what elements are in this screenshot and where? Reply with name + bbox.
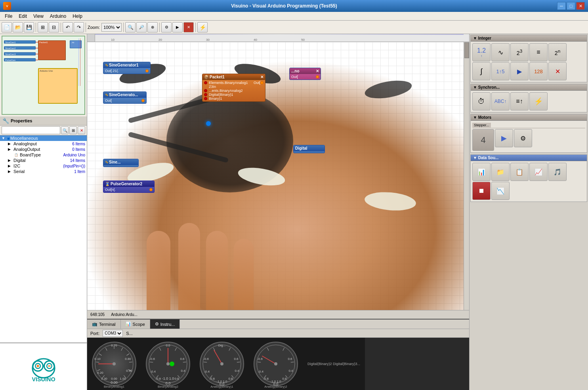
properties-toolbar: 🔍 ⊞ ✕ (0, 126, 87, 135)
svg-text:Dig...: Dig... (218, 344, 226, 347)
block-pulsegenerator2[interactable]: ⌛ PulseGenerator2 Out[n[. (103, 181, 155, 193)
stop-button[interactable]: ✕ (183, 22, 194, 32)
comp-int15[interactable]: 1↑5 (491, 62, 510, 80)
tree-node-misc[interactable]: ▼ ■ Miscellaneous (0, 135, 87, 141)
props-search-btn[interactable]: 🔍 (61, 126, 69, 134)
tree-node-i2c[interactable]: ▶ I2C (InputPin=()) (0, 163, 87, 169)
close-button[interactable]: ✕ (576, 2, 585, 10)
tree-node-analogoutput[interactable]: ▶ AnalogOutput 0 Items (0, 146, 87, 152)
block-unknown-tr[interactable]: ...no ✕ Out[ (289, 68, 321, 80)
section-datasources-header[interactable]: ▼ Data Sou... (471, 155, 587, 161)
tree-node-boardtype[interactable]: 📋 BoardType Arduino Uno (0, 152, 87, 158)
search-input[interactable] (2, 126, 60, 134)
tree-node-serial[interactable]: ▶ Serial 1 Item (0, 169, 87, 174)
tab-scope[interactable]: 📊 Scope (121, 320, 150, 329)
window-title: Visuino - Visual Arduino Programming (Te… (11, 3, 557, 9)
comp-intintegral[interactable]: ∫ (472, 62, 491, 80)
comp-ds-folder[interactable]: 📁 (491, 163, 510, 181)
minimize-button[interactable]: ─ (557, 2, 566, 10)
tree-node-analoginput[interactable]: ▶ AnalogInput 6 Items (0, 141, 87, 146)
gauge-analog2: -0.4 -0.6 0.6 0.4 -0.8 0.8 -1.0 1.0 0.0 … (250, 339, 301, 389)
svg-text:-1.0   1.0: -1.0 1.0 (162, 377, 174, 380)
comp-ds-stop[interactable]: ⏹ (472, 182, 491, 200)
zoom-fit-button[interactable]: ⊕ (147, 22, 158, 32)
zoom-select[interactable]: 100% 75% 150% (101, 23, 122, 32)
block-close-icon[interactable]: ✕ (260, 75, 263, 79)
undo-button[interactable]: ↶ (63, 22, 73, 32)
tab-terminal[interactable]: 📺 Terminal (87, 320, 121, 329)
section-integer-header[interactable]: ▼ Integer (471, 35, 587, 42)
block-digital[interactable]: Digital (293, 145, 325, 153)
props-expand-btn[interactable]: ⊞ (69, 126, 77, 134)
menu-edit[interactable]: Edit (15, 13, 30, 20)
block-sinegenerator2[interactable]: ∿ SineGenerato... Out[ (103, 91, 147, 104)
comp-intvalue[interactable]: 1.2 ↑ (472, 43, 491, 61)
svg-text:0.6: 0.6 (288, 357, 292, 361)
tab-instruments[interactable]: ⚙ Instru... (150, 320, 180, 329)
pulsegen-out: Out[n[. (105, 188, 153, 192)
section-motors-header[interactable]: ▼ Motors (471, 114, 587, 121)
scrollbar-thumb[interactable] (464, 42, 469, 58)
open-button[interactable]: 📂 (13, 22, 23, 32)
scope-panel: 📺 Terminal 📊 Scope ⚙ Instru... Port: COM… (87, 319, 469, 390)
window-controls: ─ □ ✕ (557, 2, 585, 10)
canvas-container[interactable]: ∿ SineGenerator1 Out[.21(. ∿ SineGenerat… (87, 42, 469, 310)
block-sine3[interactable]: ∿ Sine... (103, 159, 139, 167)
packet-pin-in1 (204, 81, 207, 84)
comp-ds-music[interactable]: 🎵 (548, 163, 567, 181)
svg-text:-0.8: -0.8 (209, 377, 215, 380)
menu-arduino[interactable]: Arduino (47, 13, 69, 20)
svg-text:0.4: 0.4 (288, 369, 293, 373)
tree-node-digital[interactable]: ▶ Digital 14 Items (0, 158, 87, 163)
block-sinegenerator2-out: Out[ (105, 99, 145, 103)
menu-view[interactable]: View (30, 13, 47, 20)
comp-ds-chart[interactable]: 📊 (472, 163, 491, 181)
block-sinegenerator1[interactable]: ∿ SineGenerator1 Out[.21(. (103, 62, 151, 74)
toolbar-sep5 (159, 23, 160, 32)
grid-button[interactable]: ⊞ (38, 22, 48, 32)
toolbar-sep2 (61, 23, 61, 32)
props-delete-btn[interactable]: ✕ (78, 126, 85, 134)
comp-sync-bolt[interactable]: ⚡ (529, 92, 548, 110)
comp-intpower[interactable]: 23 (510, 43, 529, 61)
svg-text:-0.6: -0.6 (203, 357, 209, 361)
comp-intwave[interactable]: ∿ (491, 43, 510, 61)
comp-int128[interactable]: 128 (529, 62, 548, 80)
comp-motor-gear[interactable]: ⚙ (514, 129, 532, 147)
comp-ds-bardown[interactable]: 📉 (491, 182, 510, 200)
arduino-button[interactable]: ⚡ (197, 22, 208, 32)
gauge3-label: Analog(Binary)1 (197, 385, 247, 388)
section-synchron-header[interactable]: ▼ Synchron... (471, 84, 587, 91)
comp-sync-list[interactable]: ≡↑ (510, 92, 529, 110)
comp-sync-abc[interactable]: ABC↑ (491, 92, 510, 110)
pin-dot-out2 (141, 99, 145, 102)
save-button[interactable]: 💾 (24, 22, 34, 32)
maximize-button[interactable]: □ (567, 2, 575, 10)
comp-ds-clipboard[interactable]: 📋 (510, 163, 529, 181)
comp-motor-4[interactable]: 4 (472, 129, 494, 151)
packet-pin2: Z3In (204, 85, 263, 89)
canvas-area: 10 20 30 40 50 (87, 34, 469, 390)
port-select[interactable]: COM3 (103, 330, 123, 337)
comp-intpower2[interactable]: 2n (548, 43, 567, 61)
menu-help[interactable]: Help (69, 13, 86, 20)
block-packet1[interactable]: 📦 Packet1 ✕ Elements.BinaryAnalog1 Out[ … (202, 74, 265, 102)
comp-intplay[interactable]: ▶ (510, 62, 529, 80)
compile-button[interactable]: ⚙ (161, 22, 172, 32)
svg-text:0.8: 0.8 (228, 377, 233, 380)
comp-sync-timer[interactable]: ⏱ (472, 92, 491, 110)
zoom-in-button[interactable]: 🔍 (125, 22, 136, 32)
vertical-scrollbar[interactable] (464, 42, 469, 310)
comp-ds-linechart[interactable]: 📈 (529, 163, 548, 181)
comp-motor-play[interactable]: ▶ (495, 129, 513, 147)
snap-button[interactable]: ⊟ (49, 22, 59, 32)
comp-intlist[interactable]: ≡ (529, 43, 548, 61)
upload-button[interactable]: ▶ (172, 22, 183, 32)
redo-button[interactable]: ↷ (74, 22, 84, 32)
zoom-out-button[interactable]: 🔎 (136, 22, 147, 32)
new-button[interactable]: 📄 (2, 22, 12, 32)
block-close-icon2[interactable]: ✕ (316, 69, 319, 73)
comp-intx[interactable]: ✕ (548, 62, 567, 80)
scope-content: 0.20 0.70 0.80 0.00 0.10 0.90 0.30 1.00 (87, 338, 469, 390)
menu-file[interactable]: File (2, 13, 15, 20)
